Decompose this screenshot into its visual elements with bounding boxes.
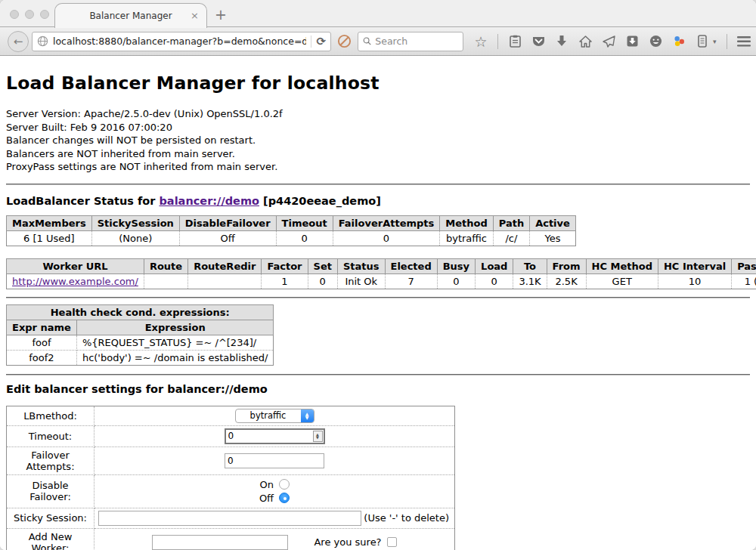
are-you-sure-checkbox[interactable] <box>387 537 397 547</box>
persist-note-line: Balancer changes will NOT be persisted o… <box>6 134 750 147</box>
download-panel-icon[interactable] <box>625 35 639 48</box>
section-divider-1 <box>6 184 750 185</box>
are-you-sure-label: Are you sure? <box>314 536 381 548</box>
cell: 6 [1 Used] <box>7 230 92 246</box>
minimize-window-button[interactable] <box>25 10 34 19</box>
sticky-session-input[interactable] <box>98 511 361 526</box>
proxypass-note-line: ProxyPass settings are NOT inherited fro… <box>6 160 750 174</box>
table-header-row: Worker URL Route RouteRedir Factor Set S… <box>7 258 756 273</box>
col-header: Route <box>144 258 187 273</box>
balancer-demo-link[interactable]: balancer://demo <box>159 195 259 207</box>
radio-on-label: On <box>260 479 274 490</box>
radio-off[interactable] <box>279 493 290 503</box>
new-tab-button[interactable]: + <box>215 6 227 23</box>
lbmethod-select[interactable]: bytraffic ▲▼ <box>235 409 314 423</box>
page-title: Load Balancer Manager for localhost <box>6 73 750 94</box>
tab-close-icon[interactable]: × <box>191 10 199 21</box>
col-header: Elected <box>385 258 437 273</box>
radio-off-label: Off <box>259 493 274 504</box>
sticky-session-label: Sticky Session: <box>7 508 94 528</box>
health-table-title: Health check cond. expressions: <box>7 304 274 320</box>
lbmethod-label: LBmethod: <box>7 406 94 425</box>
col-header: From <box>547 258 586 273</box>
edit-balancer-heading: Edit balancer settings for balancer://de… <box>6 383 750 395</box>
form-row-disable-failover: Disable Failover: On Off <box>7 474 455 508</box>
reading-list-icon[interactable] <box>508 35 522 48</box>
col-header: HC Method <box>586 258 658 273</box>
share-plane-icon[interactable] <box>602 35 615 48</box>
worker-row: http://www.example.com/ 1 0 Init Ok 7 0 … <box>7 273 756 289</box>
search-input[interactable] <box>375 36 458 47</box>
zoom-window-button[interactable] <box>40 10 49 19</box>
worker-url-link[interactable]: http://www.example.com/ <box>12 276 138 287</box>
close-window-button[interactable] <box>10 10 19 19</box>
cell: GET <box>586 273 658 289</box>
toolbar-divider <box>497 34 498 49</box>
urlbar-divider <box>311 36 311 48</box>
col-header: HC Interval <box>658 258 731 273</box>
cell: 1 <box>262 273 308 289</box>
col-header: DisableFailover <box>179 215 276 230</box>
back-button[interactable]: ← <box>8 31 29 52</box>
toolbar-icons: ☆ <box>474 34 756 49</box>
expr-name-cell: foof <box>7 335 77 350</box>
search-icon <box>363 36 371 46</box>
server-info: Server Version: Apache/2.5.0-dev (Unix) … <box>6 107 750 174</box>
url-bar[interactable]: localhost:8880/balancer-manager?b=demo&n… <box>32 32 331 51</box>
table-title-row: Health check cond. expressions: <box>7 304 274 320</box>
edit-balancer-form: LBmethod: bytraffic ▲▼ Timeout: 0 ▲▼ <box>6 406 455 550</box>
reload-icon[interactable]: ⟳ <box>316 35 326 48</box>
url-text[interactable]: localhost:8880/balancer-manager?b=demo&n… <box>53 36 306 47</box>
tab-strip: Balancer Manager × + <box>0 0 756 27</box>
col-header: Expression <box>76 320 274 335</box>
col-header: To <box>513 258 547 273</box>
lbmethod-selected-value: bytraffic <box>236 410 301 421</box>
cell: 0 <box>437 273 475 289</box>
dropdown-caret-icon[interactable]: ▾ <box>713 38 717 45</box>
pocket-icon[interactable] <box>531 35 545 48</box>
cell: 1 (0) <box>732 273 756 289</box>
cell: 0 <box>476 273 513 289</box>
add-worker-input[interactable] <box>152 535 288 550</box>
sticky-session-note: (Use '-' to delete) <box>364 512 451 524</box>
window-controls[interactable] <box>10 10 49 19</box>
radio-on[interactable] <box>279 479 290 490</box>
search-bar[interactable] <box>358 32 463 51</box>
cell: (None) <box>91 230 179 246</box>
cell: Yes <box>530 230 576 246</box>
col-header: RouteRedir <box>188 258 262 273</box>
disable-failover-radios: On Off <box>259 479 290 504</box>
form-row-timeout: Timeout: 0 ▲▼ <box>7 425 455 446</box>
home-icon[interactable] <box>578 35 592 48</box>
col-header: Busy <box>437 258 475 273</box>
tab-balancer-manager[interactable]: Balancer Manager × <box>54 3 207 28</box>
cell <box>188 273 262 289</box>
expr-row: foof %{REQUEST_STATUS} =~ /^[234]/ <box>7 335 274 350</box>
cell: /c/ <box>493 230 529 246</box>
timeout-input[interactable]: 0 ▲▼ <box>225 428 325 444</box>
cell: 0 <box>333 230 440 246</box>
number-spinner-icon[interactable]: ▲▼ <box>313 431 323 442</box>
col-header: Active <box>530 215 576 230</box>
col-header: FailoverAttempts <box>333 215 440 230</box>
col-header: Timeout <box>276 215 333 230</box>
failover-attempts-input[interactable] <box>225 453 324 468</box>
content-blocked-icon[interactable] <box>337 34 352 48</box>
extensions-color-icon[interactable] <box>672 35 686 48</box>
cell: 0 <box>276 230 333 246</box>
server-built-line: Server Built: Feb 9 2016 07:00:20 <box>6 121 750 134</box>
cell: 2.5K <box>547 273 586 289</box>
inherit-note-line: Balancers are NOT inherited from main se… <box>6 147 750 161</box>
timeout-value: 0 <box>226 431 313 441</box>
downloads-icon[interactable] <box>555 35 569 48</box>
chat-smiley-icon[interactable] <box>649 35 662 48</box>
cell: bytraffic <box>440 230 493 246</box>
expr-row: foof2 hc('body') =~ /domain is establish… <box>7 350 274 365</box>
col-header: Expr name <box>7 320 77 335</box>
bookmark-star-icon[interactable]: ☆ <box>474 35 488 48</box>
menu-hamburger-icon[interactable] <box>737 35 751 48</box>
globe-icon <box>37 36 48 47</box>
worker-url-cell: http://www.example.com/ <box>7 273 144 289</box>
sidebar-panel-icon[interactable] <box>696 35 709 48</box>
toolbar-divider-2 <box>727 34 727 49</box>
